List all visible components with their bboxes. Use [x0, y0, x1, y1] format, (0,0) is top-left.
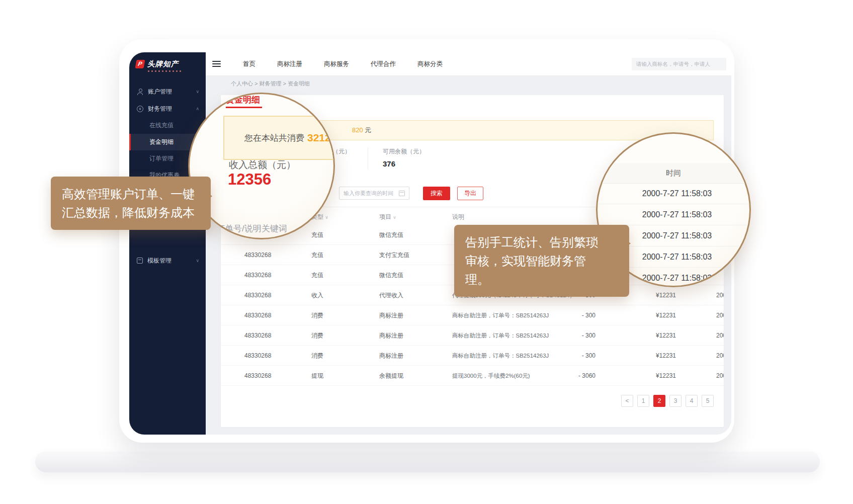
search-input[interactable] — [632, 58, 726, 70]
top-nav: 首页 商标注册 商标服务 代理合作 商标分类 — [243, 60, 443, 68]
pagination-page-3[interactable]: 3 — [669, 395, 681, 407]
cell-project: 代理收入 — [379, 291, 403, 299]
cell-balance: ¥12231 — [656, 332, 676, 339]
banner-rest-unit: 元 — [365, 126, 371, 134]
chevron-down-icon: ∨ — [196, 258, 199, 263]
cell-desc: 提现3000元，手续费2%(60元) — [452, 372, 530, 379]
lens-income-value: 12356 — [228, 171, 271, 189]
brand-name: 头牌知产 — [147, 59, 179, 69]
cell-project: 商标注册 — [379, 331, 403, 340]
nav-trademark-service[interactable]: 商标服务 — [324, 60, 349, 68]
logo-icon: P — [135, 60, 145, 68]
cell-type: 消费 — [311, 331, 323, 340]
lens-time-header: 时间 — [598, 163, 749, 184]
col-desc-header: 说明 — [452, 213, 464, 221]
date-filter-placeholder: 输入你要查询的时间 — [344, 190, 393, 197]
lens-time-value: 2000-7-27 11:58:03 — [642, 189, 712, 198]
cell-order: 48330268 — [244, 352, 271, 359]
cell-project: 余额提现 — [379, 371, 403, 380]
nav-home[interactable]: 首页 — [243, 60, 255, 68]
cell-order: 48330268 — [244, 332, 271, 339]
cell-order: 48330268 — [244, 292, 271, 299]
pagination-page-1[interactable]: 1 — [637, 395, 649, 407]
cell-type: 充值 — [311, 230, 323, 239]
cell-desc: 商标自助注册，订单号：SB2514263J — [452, 331, 549, 339]
top-nav-bar: 首页 商标注册 商标服务 代理合作 商标分类 — [206, 52, 731, 76]
cell-time: 2000-7-27 11:58:03 — [716, 332, 724, 339]
lens-banner-prefix: 您在本站共消费 — [244, 132, 304, 144]
cell-amount: - 300 — [543, 332, 595, 339]
date-filter-input[interactable]: 输入你要查询的时间 — [339, 187, 409, 200]
cell-order: 48330268 — [244, 251, 271, 259]
stat-balance-value: 376 — [383, 159, 425, 168]
lens-time-value: 2000-7-27 11:58:03 — [642, 274, 712, 282]
cell-time: 2000-7-27 11:58:03 — [716, 312, 724, 319]
cell-time: 2000-7-27 11:58:03 — [716, 352, 724, 359]
chevron-down-icon: ∨ — [196, 89, 199, 94]
user-icon — [137, 89, 143, 95]
pagination: < 1 2 3 4 5 — [621, 395, 714, 407]
callout-right-line-3: 理。 — [465, 270, 618, 289]
pagination-prev-button[interactable]: < — [621, 395, 633, 407]
cell-order: 48330268 — [244, 372, 271, 379]
table-row[interactable]: 48330268 消费 商标注册 商标自助注册，订单号：SB2514263J -… — [221, 325, 724, 346]
finance-icon: ¥ — [137, 106, 143, 112]
sort-icon: ∨ — [393, 215, 396, 220]
sidebar-item-templates[interactable]: 模板管理 ∨ — [129, 252, 206, 269]
sidebar-item-account[interactable]: 账户管理 ∨ — [129, 83, 206, 100]
lens-time-value: 2000-7-27 11:58:03 — [642, 253, 712, 261]
cell-desc: 商标自助注册，订单号：SB2514263J — [452, 352, 549, 359]
nav-trademark-register[interactable]: 商标注册 — [277, 60, 302, 68]
nav-agent-cooperation[interactable]: 代理合作 — [371, 60, 396, 68]
pagination-page-5[interactable]: 5 — [702, 395, 714, 407]
nav-trademark-category[interactable]: 商标分类 — [417, 60, 443, 68]
table-row[interactable]: 48330268 消费 商标注册 商标自助注册，订单号：SB2514263J -… — [221, 346, 724, 366]
callout-right-line-1: 告别手工统计、告别繁琐 — [465, 233, 618, 251]
cell-amount: - 3060 — [543, 372, 595, 379]
chevron-up-icon: ∧ — [196, 106, 199, 111]
lens-magnified-banner: 您在本站共消费 32124 元 — [223, 116, 335, 160]
table-row[interactable]: 48330268 消费 商标注册 商标自助注册，订单号：SB2514263J -… — [221, 305, 724, 325]
callout-right-line-2: 审核，实现智能财务管 — [465, 251, 618, 270]
cell-balance: ¥12231 — [656, 312, 676, 319]
cell-type: 消费 — [311, 351, 323, 360]
lens-time-row: 2000-7-27 11:58:03 — [598, 204, 749, 225]
cell-amount: - 300 — [543, 312, 595, 319]
hamburger-menu-icon[interactable] — [212, 61, 221, 67]
calendar-icon — [399, 191, 405, 196]
cell-type: 收入 — [311, 291, 323, 299]
sidebar-item-finance[interactable]: ¥ 财务管理 ∧ — [129, 100, 206, 117]
callout-left-line-2: 汇总数据，降低财务成本 — [62, 203, 200, 222]
sidebar-item-label: 财务管理 — [148, 105, 172, 113]
lens-time-value: 2000-7-27 11:58:03 — [642, 210, 712, 219]
cell-order: 48330268 — [244, 272, 271, 279]
stat-middle-partial-label: （元） — [332, 147, 351, 156]
sidebar-subitem-recharge[interactable]: 在线充值 — [129, 117, 206, 134]
callout-left: 高效管理账户订单、一键 汇总数据，降低财务成本 — [51, 177, 211, 230]
cell-type: 充值 — [311, 271, 323, 279]
cell-type: 提现 — [311, 371, 323, 380]
pagination-page-2-active[interactable]: 2 — [653, 395, 665, 407]
sidebar: P 头牌知产 账户管理 ∨ ¥ 财务管理 ∧ 在线充值 — [129, 52, 206, 435]
table-row[interactable]: 48330268 提现 余额提现 提现3000元，手续费2%(60元) - 30… — [221, 366, 724, 386]
sidebar-item-label: 账户管理 — [148, 88, 172, 96]
cell-order: 48330268 — [244, 312, 271, 319]
sidebar-item-label: 模板管理 — [147, 257, 172, 265]
pagination-page-4[interactable]: 4 — [686, 395, 698, 407]
search-button[interactable]: 搜索 — [423, 187, 450, 200]
template-icon — [137, 258, 143, 264]
callout-right: 告别手工统计、告别繁琐 审核，实现智能财务管 理。 — [454, 225, 629, 297]
cell-balance: ¥12231 — [656, 372, 676, 379]
export-button[interactable]: 导出 — [457, 187, 483, 200]
cell-project: 支付宝充值 — [379, 250, 409, 259]
cell-time: 2000-7-27 11:58:03 — [716, 292, 724, 299]
cell-type: 消费 — [311, 311, 323, 319]
col-project-header[interactable]: 项目 ∨ — [379, 213, 396, 221]
breadcrumb: 个人中心 > 财务管理 > 资金明细 — [206, 76, 731, 91]
cell-amount: - 300 — [543, 352, 595, 359]
cell-balance: ¥12231 — [656, 352, 676, 359]
lens-time-value: 2000-7-27 11:58:03 — [642, 231, 712, 240]
stat-balance: 可用余额（元） 376 — [383, 147, 425, 168]
stat-divider — [368, 147, 368, 170]
logo-subtext — [148, 70, 181, 72]
